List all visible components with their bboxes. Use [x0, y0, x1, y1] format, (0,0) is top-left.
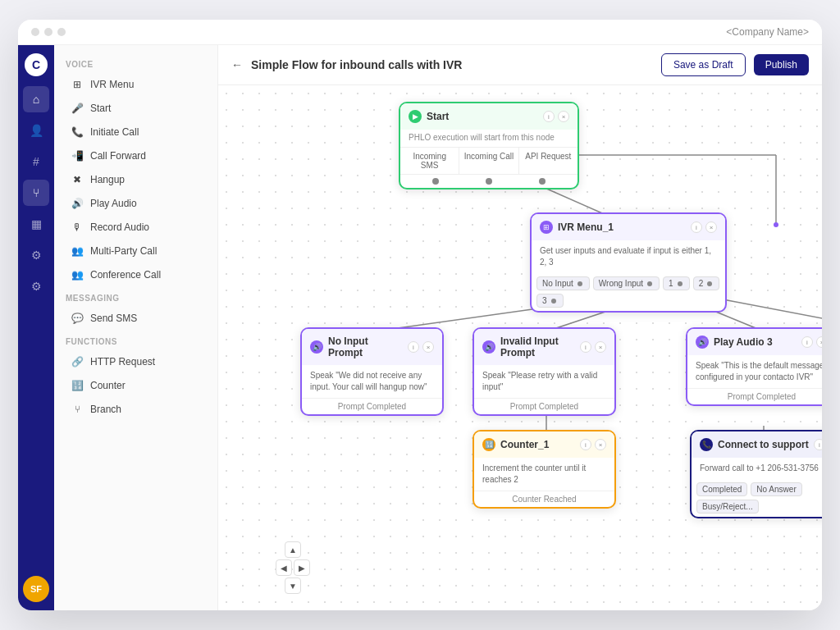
sidebar-item-branch[interactable]: ⑂ Branch: [59, 398, 212, 421]
tab-incoming-call[interactable]: Incoming Call: [459, 148, 518, 174]
nav-icon-hash[interactable]: #: [23, 148, 49, 175]
logo-letter: C: [32, 58, 40, 71]
no-input-prompt-node[interactable]: 🔊 No Input Prompt i × Speak "We did not …: [300, 327, 444, 416]
tab-incoming-sms[interactable]: Incoming SMS: [400, 148, 459, 174]
noinput-info-btn[interactable]: i: [408, 341, 419, 353]
sidebar-item-play-audio[interactable]: 🔊 Play Audio: [59, 192, 212, 215]
output-no-input[interactable]: No Input: [536, 276, 590, 290]
sidebar-item-call-forward[interactable]: 📲 Call Forward: [59, 144, 212, 167]
nav-icon-flow[interactable]: ⑂: [23, 180, 49, 206]
sidebar-label-ivr-menu: IVR Menu: [90, 79, 134, 90]
nav-icon-settings[interactable]: ⚙: [23, 273, 49, 299]
sidebar-item-record-audio[interactable]: 🎙 Record Audio: [59, 216, 212, 239]
noinput-header: 🔊 No Input Prompt i ×: [302, 329, 442, 365]
sidebar-item-http-request[interactable]: 🔗 HTTP Request: [59, 350, 212, 373]
dot-maximize: [57, 28, 66, 36]
nav-icon-users[interactable]: 👤: [23, 117, 49, 144]
output-completed[interactable]: Completed: [696, 482, 747, 496]
sidebar-label-get-user-input: Start: [90, 103, 111, 114]
nav-icon-home[interactable]: ⌂: [23, 86, 49, 112]
connect-support-node[interactable]: 📞 Connect to support i × Forward call to…: [690, 430, 822, 518]
ivr-info-btn[interactable]: i: [691, 221, 702, 233]
page-title: Simple Flow for inbound calls with IVR: [251, 58, 653, 71]
play-header: 🔊 Play Audio 3 i ×: [687, 329, 822, 355]
sidebar-item-conference-call[interactable]: 👥 Conference Call: [59, 263, 212, 286]
counter-info-btn[interactable]: i: [580, 439, 591, 450]
canvas-nav: ▲ ◀ ▶ ▼: [276, 541, 310, 594]
start-node-controls: i ×: [543, 111, 569, 122]
output-3[interactable]: 3: [536, 294, 564, 308]
invalid-controls: i ×: [580, 341, 606, 353]
ivr-close-btn[interactable]: ×: [705, 221, 717, 233]
counter-footer: Counter Reached: [474, 491, 614, 507]
hangup-icon: ✖: [71, 173, 84, 186]
sidebar-item-counter[interactable]: 🔢 Counter: [59, 374, 212, 397]
sidebar-item-send-sms[interactable]: 💬 Send SMS: [59, 307, 212, 330]
output-busy-reject[interactable]: Busy/Reject...: [696, 500, 759, 514]
canvas-right-arrow[interactable]: ▶: [294, 559, 310, 576]
output-no-answer[interactable]: No Answer: [751, 482, 801, 496]
ivr-icon: ⊞: [540, 221, 553, 234]
canvas[interactable]: ▶ Start i × PHLO execution will start fr…: [218, 85, 822, 610]
output-wrong-input[interactable]: Wrong Input: [593, 276, 660, 290]
svg-point-5: [774, 222, 778, 227]
send-sms-icon: 💬: [71, 312, 84, 325]
sidebar-item-hangup[interactable]: ✖ Hangup: [59, 168, 212, 191]
record-audio-icon: 🎙: [71, 221, 84, 234]
invalid-title: Invalid Input Prompt: [500, 336, 575, 358]
sidebar-item-multiparty-call[interactable]: 👥 Multi-Party Call: [59, 240, 212, 262]
connect-info-btn[interactable]: i: [814, 439, 822, 450]
noinput-body: Speak "We did not receive any input. You…: [302, 365, 442, 398]
ivr-menu-node[interactable]: ⊞ IVR Menu_1 i × Get user inputs and eva…: [530, 212, 727, 313]
start-dots: [400, 175, 578, 188]
canvas-left-arrow[interactable]: ◀: [276, 559, 292, 576]
svg-line-12: [719, 299, 822, 331]
counter-node[interactable]: 🔢 Counter_1 i × Increment the counter un…: [472, 430, 616, 509]
ivr-menu-icon: ⊞: [71, 78, 84, 91]
invalid-body: Speak "Please retry with a valid input": [474, 365, 614, 398]
output-1[interactable]: 1: [663, 276, 690, 290]
canvas-down-arrow[interactable]: ▼: [285, 578, 301, 594]
counter-header: 🔢 Counter_1 i ×: [474, 431, 614, 458]
play-info-btn[interactable]: i: [801, 336, 813, 348]
tab-api-request[interactable]: API Request: [519, 148, 578, 174]
nav-icon-settings-cog[interactable]: ⚙: [23, 242, 49, 268]
ivr-controls: i ×: [691, 221, 717, 233]
canvas-up-arrow[interactable]: ▲: [285, 541, 301, 558]
invalid-close-btn[interactable]: ×: [595, 341, 606, 353]
start-node[interactable]: ▶ Start i × PHLO execution will start fr…: [399, 102, 579, 189]
sidebar-label-initiate-call: Initiate Call: [90, 126, 139, 138]
nav-avatar[interactable]: SF: [23, 576, 49, 602]
counter-icon: 🔢: [71, 379, 84, 392]
sidebar-item-get-user-input[interactable]: 🎤 Start: [59, 97, 212, 120]
sidebar-label-http-request: HTTP Request: [90, 356, 155, 368]
play-title: Play Audio 3: [714, 336, 797, 348]
nav-icon-analytics[interactable]: ▦: [23, 211, 49, 237]
sidebar-label-send-sms: Send SMS: [90, 313, 137, 324]
nav-logo: C: [25, 53, 48, 76]
start-node-subtitle: PHLO execution will start from this node: [400, 130, 578, 147]
invalid-info-btn[interactable]: i: [580, 341, 591, 353]
save-draft-button[interactable]: Save as Draft: [661, 53, 746, 76]
counter-close-btn[interactable]: ×: [595, 439, 606, 450]
start-info-btn[interactable]: i: [543, 111, 555, 122]
conference-call-icon: 👥: [71, 268, 84, 281]
canvas-lr-row: ◀ ▶: [276, 559, 310, 576]
publish-button[interactable]: Publish: [754, 54, 809, 75]
play-close-btn[interactable]: ×: [816, 336, 822, 348]
top-bar: ← Simple Flow for inbound calls with IVR…: [218, 45, 822, 85]
sidebar-item-ivr-menu[interactable]: ⊞ IVR Menu: [59, 73, 212, 96]
dot-close: [31, 28, 39, 36]
noinput-controls: i ×: [408, 341, 434, 353]
sidebar-item-initiate-call[interactable]: 📞 Initiate Call: [59, 121, 212, 144]
start-close-btn[interactable]: ×: [558, 111, 569, 122]
noinput-close-btn[interactable]: ×: [422, 341, 434, 353]
output-2[interactable]: 2: [693, 276, 720, 290]
invalid-input-prompt-node[interactable]: 🔊 Invalid Input Prompt i × Speak "Please…: [472, 327, 616, 416]
play-audio-node[interactable]: 🔊 Play Audio 3 i × Speak "This is the de…: [686, 327, 822, 406]
connect-icon: 📞: [700, 438, 713, 451]
start-icon: ▶: [409, 110, 422, 123]
play-body: Speak "This is the default message confi…: [687, 355, 822, 388]
app-layout: C ⌂ 👤 # ⑂ ▦ ⚙ ⚙ SF VOICE ⊞ IVR Menu 🎤 St…: [18, 45, 822, 610]
back-button[interactable]: ←: [231, 58, 243, 71]
